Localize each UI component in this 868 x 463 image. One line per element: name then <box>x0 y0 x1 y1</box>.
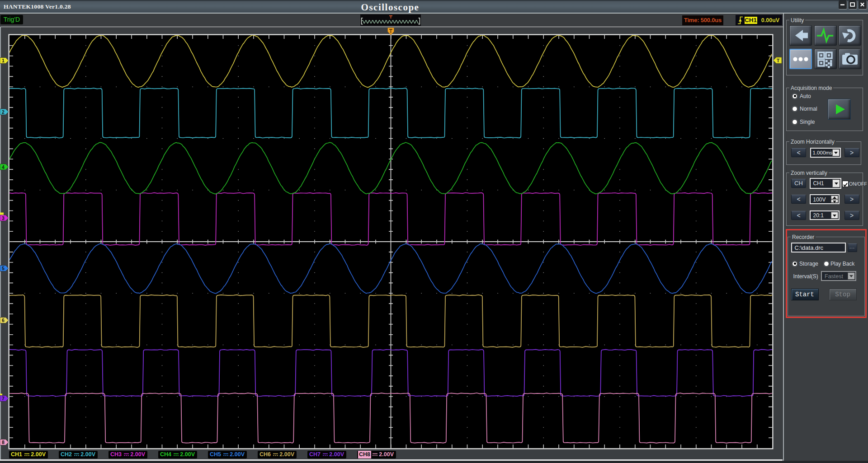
svg-text:6: 6 <box>2 318 5 323</box>
svg-text:4: 4 <box>2 164 5 170</box>
svg-text:7: 7 <box>2 396 5 401</box>
svg-text:8: 8 <box>2 440 5 445</box>
svg-text:3: 3 <box>2 215 5 221</box>
svg-text:1: 1 <box>2 58 5 63</box>
svg-text:5: 5 <box>2 266 5 271</box>
svg-text:2: 2 <box>2 109 5 115</box>
svg-text:T: T <box>777 58 780 63</box>
